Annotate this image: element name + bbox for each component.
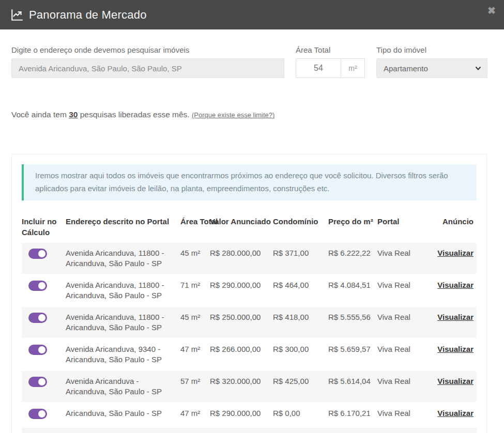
table-row: Avenida Aricanduva, 9340 - Aricanduva, S… (22, 338, 477, 370)
col-header-portal: Portal (377, 216, 431, 242)
col-header-address: Endereço descrito no Portal (66, 216, 180, 242)
area-input[interactable] (296, 58, 341, 78)
view-listing-link[interactable]: Visualizar (437, 281, 474, 289)
cell-price-m2: R$ 6.170,21 (328, 403, 377, 427)
table-row: Avenida Aricanduva, 11800 - Aricanduva, … (22, 242, 477, 274)
include-toggle[interactable] (28, 377, 47, 387)
view-listing-link[interactable]: Visualizar (437, 249, 474, 257)
table-row: Avenida Aricanduva, 11800 - Aricanduva, … (22, 274, 477, 306)
table-row: Avenida Aricanduva, 11800 - Aricanduva, … (22, 306, 477, 338)
cell-condo: R$ 418,00 (273, 427, 328, 433)
cell-portal: Viva Real (377, 242, 431, 274)
table-row: Avenida Aricanduva - Aricanduva, São Pau… (22, 370, 477, 403)
cell-portal: Viva Real (377, 370, 431, 403)
cell-condo: R$ 464,00 (273, 274, 328, 306)
table-row: Avenida Aricanduva, 11800 - Aricanduva, … (22, 427, 477, 433)
address-label: Digite o endereço onde devemos pesquisar… (11, 45, 284, 54)
cell-price-m2: R$ 5.659,57 (328, 338, 377, 370)
include-toggle[interactable] (28, 345, 47, 355)
cell-condo: R$ 425,00 (273, 370, 328, 403)
cell-condo: R$ 0,00 (273, 403, 328, 427)
cell-price-m2: R$ 4.084,51 (328, 274, 377, 306)
page-title: Panorama de Mercado (10, 8, 147, 22)
cell-address: Avenida Aricanduva, 11800 - Aricanduva, … (66, 306, 180, 338)
include-toggle[interactable] (28, 313, 47, 323)
view-listing-link[interactable]: Visualizar (437, 313, 474, 321)
results-card: Iremos mostrar aqui todos os imóveis que… (11, 154, 487, 433)
view-listing-link[interactable]: Visualizar (437, 409, 474, 417)
property-type-label: Tipo do imóvel (376, 45, 487, 54)
include-toggle[interactable] (28, 249, 47, 259)
cell-portal: Viva Real (377, 338, 431, 370)
col-header-include: Incluir no Cálculo (22, 216, 66, 242)
cell-area: 47 m² (180, 338, 210, 370)
view-listing-link[interactable]: Visualizar (437, 345, 474, 353)
modal-header: Panorama de Mercado ✖ (0, 0, 504, 29)
table-header-row: Incluir no Cálculo Endereço descrito no … (22, 216, 477, 242)
cell-address: Avenida Aricanduva, 9340 - Aricanduva, S… (66, 338, 180, 370)
col-header-area: Área Total (180, 216, 210, 242)
cell-portal: Viva Real (377, 274, 431, 306)
cell-area: 71 m² (180, 274, 210, 306)
cell-address: Aricanduva, São Paulo - SP (66, 403, 180, 427)
cell-area: 57 m² (180, 370, 210, 403)
view-listing-link[interactable]: Visualizar (437, 377, 474, 385)
cell-condo: R$ 371,00 (273, 242, 328, 274)
cell-area: 45 m² (180, 306, 210, 338)
info-box-text: Iremos mostrar aqui todos os imóveis que… (35, 171, 448, 193)
cell-price-m2: R$ 6.170,21 (328, 427, 377, 433)
cell-address: Avenida Aricanduva, 11800 - Aricanduva, … (66, 427, 180, 433)
cell-price: R$ 250.000,00 (210, 306, 273, 338)
cell-price: R$ 320.000,00 (210, 370, 273, 403)
search-form: Digite o endereço onde devemos pesquisar… (0, 29, 504, 78)
cell-price-m2: R$ 5.614,04 (328, 370, 377, 403)
col-header-condo: Condomínio (273, 216, 328, 242)
quota-prefix: Você ainda tem (11, 110, 69, 119)
cell-condo: R$ 418,00 (273, 306, 328, 338)
include-toggle[interactable] (28, 281, 47, 291)
area-label: Área Total (296, 45, 365, 54)
quota-count: 30 (69, 110, 78, 119)
chart-line-icon (10, 8, 24, 22)
property-type-select[interactable]: Apartamento (376, 58, 487, 78)
cell-condo: R$ 300,00 (273, 338, 328, 370)
cell-address: Avenida Aricanduva, 11800 - Aricanduva, … (66, 274, 180, 306)
table-row: Aricanduva, São Paulo - SP 47 m² R$ 290.… (22, 403, 477, 427)
cell-price: R$ 290.000,00 (210, 427, 273, 433)
col-header-price: Valor Anunciado (210, 216, 273, 242)
cell-price: R$ 280.000,00 (210, 242, 273, 274)
cell-portal: Viva Real (377, 306, 431, 338)
area-unit-addon: m² (341, 58, 365, 78)
col-header-ad: Anúncio (431, 216, 477, 242)
quota-suffix: pesquisas liberadas esse mês. (78, 110, 192, 119)
cell-address: Avenida Aricanduva - Aricanduva, São Pau… (66, 370, 180, 403)
cell-area: 45 m² (180, 242, 210, 274)
cell-area: 47 m² (180, 403, 210, 427)
cell-price-m2: R$ 5.555,56 (328, 306, 377, 338)
cell-price: R$ 290.000,00 (210, 403, 273, 427)
cell-address: Avenida Aricanduva, 11800 - Aricanduva, … (66, 242, 180, 274)
cell-area: 47 m² (180, 427, 210, 433)
cell-portal: Viva Real (377, 403, 431, 427)
cell-price: R$ 290.000,00 (210, 274, 273, 306)
include-toggle[interactable] (28, 409, 47, 419)
address-input[interactable] (11, 58, 284, 78)
page-title-text: Panorama de Mercado (29, 8, 147, 22)
quota-limit-link[interactable]: (Porque existe esse limite?) (192, 111, 274, 119)
results-table: Incluir no Cálculo Endereço descrito no … (22, 216, 477, 433)
cell-price: R$ 266.000,00 (210, 338, 273, 370)
col-header-price-m2: Preço do m² (328, 216, 377, 242)
close-icon[interactable]: ✖ (487, 6, 496, 16)
quota-message: Você ainda tem 30 pesquisas liberadas es… (11, 110, 493, 119)
info-box: Iremos mostrar aqui todos os imóveis que… (22, 164, 477, 200)
cell-price-m2: R$ 6.222,22 (328, 242, 377, 274)
cell-portal: Viva Real (377, 427, 431, 433)
